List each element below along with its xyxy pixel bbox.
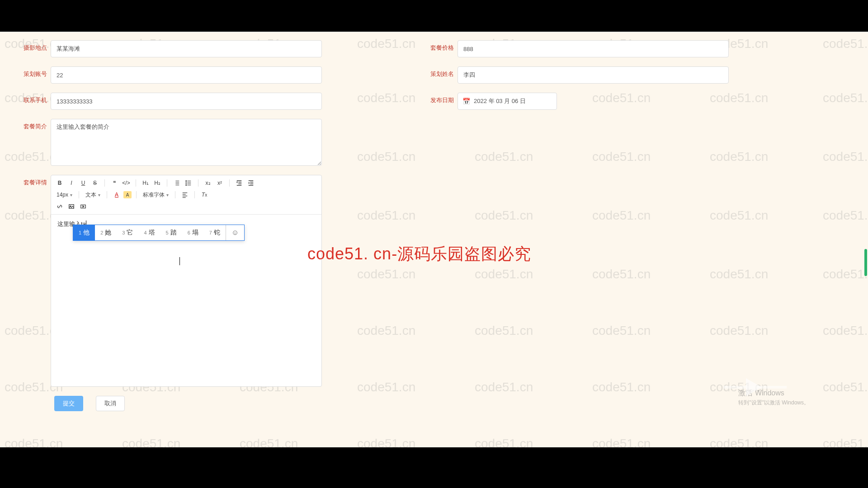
bold-icon[interactable]: B — [55, 178, 65, 188]
label-price: 套餐价格 — [425, 40, 458, 52]
label-location: 摄影地点 — [18, 40, 51, 52]
image-icon[interactable] — [66, 202, 76, 211]
label-detail: 套餐详情 — [18, 175, 51, 187]
chevron-down-icon: ▾ — [166, 192, 169, 197]
bg-color-icon[interactable]: A — [123, 191, 132, 198]
separator — [136, 179, 136, 187]
svg-point-1 — [186, 183, 187, 183]
svg-point-2 — [186, 185, 187, 186]
ime-candidate[interactable]: 4 塔 — [138, 225, 160, 240]
code-icon[interactable]: </> — [121, 178, 131, 188]
font-color-icon[interactable]: A — [112, 190, 122, 200]
quote-icon[interactable]: ❝ — [109, 178, 119, 188]
ime-candidate[interactable]: 5 踏 — [160, 225, 182, 240]
ime-num: 2 — [100, 230, 103, 235]
label-planner-name: 策划姓名 — [425, 66, 458, 78]
input-phone[interactable] — [51, 93, 322, 110]
label-summary: 套餐简介 — [18, 119, 51, 131]
input-planner-name[interactable] — [458, 66, 729, 84]
text-cursor-icon — [179, 257, 180, 265]
ime-num: 6 — [188, 230, 190, 235]
link-icon[interactable] — [55, 202, 65, 211]
input-publish-date[interactable]: 📅 2022 年 03 月 06 日 — [458, 93, 557, 110]
separator — [79, 191, 79, 198]
ime-char: 它 — [127, 229, 133, 237]
list-unordered-icon[interactable] — [184, 178, 193, 188]
cancel-button[interactable]: 取消 — [96, 396, 125, 411]
ime-num: 7 — [209, 230, 212, 235]
ime-candidate[interactable]: 2 她 — [95, 225, 117, 240]
watermark: code51.cn — [240, 436, 298, 447]
field-price: 套餐价格 — [425, 40, 729, 57]
ime-num: 4 — [144, 230, 146, 235]
h2-icon[interactable]: H₂ — [152, 178, 162, 188]
h1-icon[interactable]: H₁ — [141, 178, 151, 188]
ime-candidate[interactable]: 6 塌 — [182, 225, 204, 240]
underline-icon[interactable]: U — [78, 178, 88, 188]
calendar-icon: 📅 — [462, 98, 470, 105]
svg-point-0 — [186, 181, 187, 182]
ime-char: 她 — [105, 229, 111, 237]
textarea-summary[interactable]: 这里输入套餐的简介 — [51, 119, 322, 166]
form-container: 摄影地点 套餐价格 策划账号 策划姓名 — [0, 32, 868, 419]
watermark: code51.cn — [122, 436, 180, 447]
subscript-icon[interactable]: x₂ — [203, 178, 213, 188]
separator — [229, 179, 230, 187]
ime-candidate[interactable]: 1 他 — [73, 225, 95, 240]
watermark: code51.cn — [357, 436, 415, 447]
field-publish-date: 发布日期 📅 2022 年 03 月 06 日 — [425, 93, 705, 110]
field-planner-name: 策划姓名 — [425, 66, 729, 84]
editor-content[interactable]: 这里输入ta 1 他 2 她 — [51, 215, 321, 386]
editor-toolbar: B I U S ❝ </> H₁ H₂ — [51, 175, 321, 215]
italic-icon[interactable]: I — [66, 178, 76, 188]
field-summary: 套餐简介 这里输入套餐的简介 — [18, 119, 326, 166]
field-location: 摄影地点 — [18, 40, 326, 57]
ime-char: 铊 — [214, 229, 220, 237]
text-type-select[interactable]: 文本 ▾ — [84, 191, 102, 199]
input-location[interactable] — [51, 40, 322, 57]
ime-char: 他 — [83, 229, 90, 237]
font-family-value: 标准字体 — [143, 191, 165, 199]
scrollbar-thumb[interactable] — [864, 249, 867, 276]
text-type-value: 文本 — [85, 191, 96, 199]
clear-format-icon[interactable]: Tx — [199, 190, 209, 200]
video-play-overlay[interactable] — [714, 367, 796, 409]
font-family-select[interactable]: 标准字体 ▾ — [141, 191, 170, 199]
watermark: code51.cn — [592, 436, 651, 447]
ime-candidate[interactable]: 3 它 — [117, 225, 138, 240]
separator — [175, 191, 175, 198]
label-planner-account: 策划账号 — [18, 66, 51, 78]
ime-char: 踏 — [170, 229, 177, 237]
outdent-icon[interactable] — [234, 178, 244, 188]
ime-char: 塌 — [192, 229, 198, 237]
ime-emoji-button[interactable]: ☺ — [226, 225, 244, 240]
field-phone: 联系手机 — [18, 93, 326, 110]
indent-icon[interactable] — [246, 178, 256, 188]
input-planner-account[interactable] — [51, 66, 322, 84]
ime-candidate[interactable]: 7 铊 — [204, 225, 226, 240]
video-icon[interactable] — [78, 202, 88, 211]
smile-icon: ☺ — [231, 229, 239, 237]
chevron-down-icon: ▾ — [98, 192, 100, 197]
superscript-icon[interactable]: x² — [215, 178, 225, 188]
align-icon[interactable] — [180, 190, 190, 200]
field-planner-account: 策划账号 — [18, 66, 326, 84]
list-ordered-icon[interactable] — [172, 178, 182, 188]
watermark: code51.cn — [5, 436, 63, 447]
separator — [104, 179, 105, 187]
input-price[interactable] — [458, 40, 729, 57]
separator — [167, 179, 167, 187]
date-value: 2022 年 03 月 06 日 — [474, 97, 526, 105]
ime-candidate-popup: 1 他 2 她 3 它 — [73, 225, 245, 241]
font-size-select[interactable]: 14px ▾ — [55, 192, 74, 198]
separator — [198, 179, 198, 187]
ime-char: 塔 — [149, 229, 155, 237]
watermark: code51.cn — [823, 436, 868, 447]
separator — [107, 191, 107, 198]
svg-marker-6 — [746, 378, 762, 396]
strike-icon[interactable]: S — [90, 178, 100, 188]
video-frame: code51.cn code51.cn code51.cn code51.cn … — [0, 0, 868, 488]
ime-num: 5 — [166, 230, 169, 235]
submit-button[interactable]: 提交 — [54, 396, 83, 411]
rich-editor: B I U S ❝ </> H₁ H₂ — [51, 175, 322, 387]
